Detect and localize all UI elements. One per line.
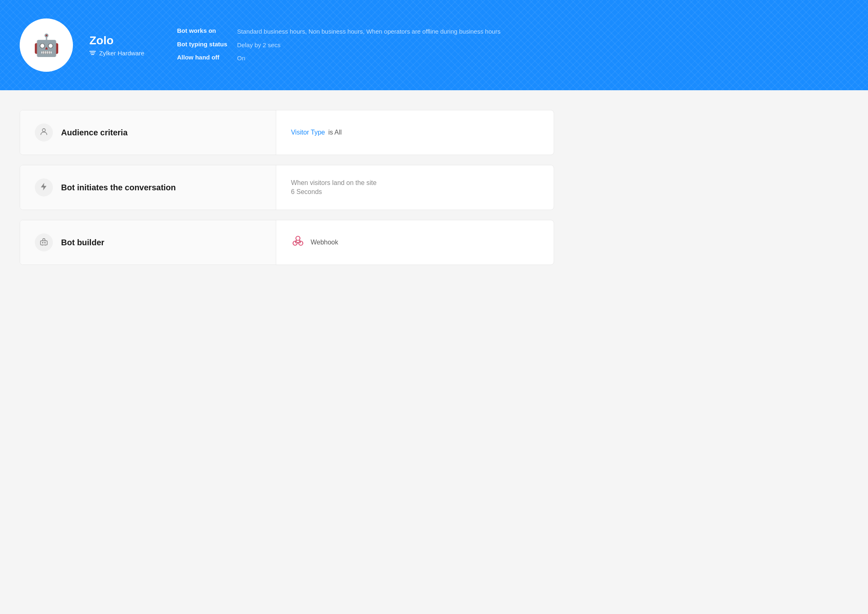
webhook-icon xyxy=(291,234,305,251)
audience-detail-text: is All xyxy=(328,129,342,136)
bot-builder-left: Bot builder xyxy=(20,220,276,265)
trigger-line2: 6 Seconds xyxy=(291,188,539,196)
bot-icon xyxy=(39,237,48,248)
bot-builder-icon-wrap xyxy=(35,233,53,251)
person-icon xyxy=(39,127,48,138)
bot-builder-card: Bot builder Webhook xyxy=(20,220,554,265)
bot-builder-title: Bot builder xyxy=(61,238,105,247)
bot-name: Zolo xyxy=(89,34,144,47)
bot-works-on-label: Bot works on xyxy=(177,27,227,34)
bot-info: Zolo Zylker Hardware xyxy=(89,34,144,57)
bot-works-on-value: Standard business hours, Non business ho… xyxy=(237,27,501,37)
bot-initiates-left: Bot initiates the conversation xyxy=(20,165,276,210)
bot-org-name: Zylker Hardware xyxy=(99,50,144,57)
bot-builder-right: Webhook xyxy=(276,220,554,265)
bolt-icon xyxy=(39,182,48,193)
allow-handoff-value: On xyxy=(237,54,501,63)
header: 🤖 Zolo Zylker Hardware Bot works on Stan… xyxy=(0,0,868,90)
audience-detail-row: Visitor Type is All xyxy=(291,129,539,136)
audience-criteria-card: Audience criteria Visitor Type is All xyxy=(20,110,554,155)
bot-avatar-icon: 🤖 xyxy=(33,33,60,58)
bot-typing-label: Bot typing status xyxy=(177,41,227,48)
bot-org: Zylker Hardware xyxy=(89,50,144,57)
svg-point-5 xyxy=(299,241,303,245)
svg-rect-1 xyxy=(41,241,48,245)
bot-avatar: 🤖 xyxy=(20,18,73,72)
webhook-row: Webhook xyxy=(291,234,539,251)
bot-initiates-title: Bot initiates the conversation xyxy=(61,183,176,192)
svg-point-2 xyxy=(42,242,43,243)
webhook-label: Webhook xyxy=(311,239,338,246)
svg-point-4 xyxy=(293,241,297,245)
layers-icon xyxy=(89,51,96,55)
audience-icon-wrap xyxy=(35,123,53,142)
audience-criteria-title: Audience criteria xyxy=(61,128,127,137)
audience-criteria-left: Audience criteria xyxy=(20,110,276,155)
bot-typing-value: Delay by 2 secs xyxy=(237,41,501,50)
visitor-type-link[interactable]: Visitor Type xyxy=(291,129,325,136)
trigger-line1: When visitors land on the site xyxy=(291,179,539,187)
svg-point-3 xyxy=(45,242,45,243)
bot-meta: Bot works on Standard business hours, No… xyxy=(177,27,500,63)
bot-initiates-card: Bot initiates the conversation When visi… xyxy=(20,165,554,210)
bot-initiates-icon-wrap xyxy=(35,178,53,196)
bot-initiates-right: When visitors land on the site 6 Seconds xyxy=(276,165,554,210)
allow-handoff-label: Allow hand off xyxy=(177,54,227,61)
main-content: Audience criteria Visitor Type is All Bo… xyxy=(0,90,574,294)
audience-criteria-right: Visitor Type is All xyxy=(276,110,554,155)
svg-point-0 xyxy=(42,128,45,131)
